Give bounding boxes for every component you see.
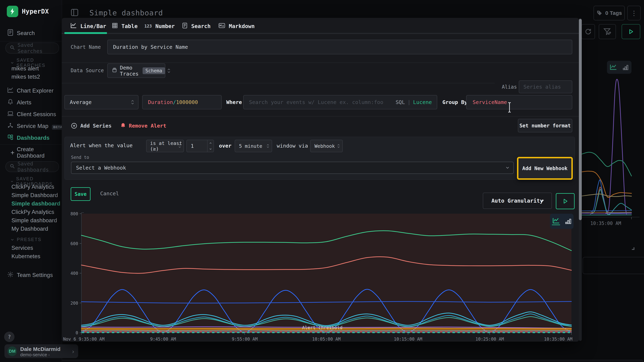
chart-name-input[interactable]: Duration by Service Name [107, 40, 572, 54]
tab-line-bar[interactable]: Line/Bar [70, 21, 106, 31]
presets-header[interactable]: PRESETS [10, 237, 42, 242]
number-stepper[interactable] [207, 140, 214, 152]
select-chevrons-icon [131, 100, 134, 105]
filter-edit-button[interactable] [599, 24, 616, 39]
chevron-right-icon: › [72, 348, 75, 355]
svg-text:10:35:00 AM: 10:35:00 AM [544, 337, 572, 342]
alert-channel-select[interactable]: Webhook [310, 140, 343, 152]
preset-item[interactable]: Services [12, 245, 33, 251]
svg-text:9:45:00 AM: 9:45:00 AM [150, 337, 176, 342]
sidebar-item-dashboards[interactable]: Dashboards [0, 133, 62, 143]
service-map-icon [6, 122, 14, 130]
saved-dashboard-item[interactable]: Simple dashboard [12, 217, 57, 224]
webhook-select[interactable]: Select a Webhook [71, 162, 514, 174]
preset-item[interactable]: Kubernetes [12, 253, 40, 260]
tag-icon [596, 10, 602, 16]
saved-dashboard-item[interactable]: My Dashboard [12, 226, 48, 232]
chevron-down-icon [540, 199, 544, 202]
search-icon [10, 164, 15, 170]
alias-label: Alias [502, 84, 517, 90]
sidebar-item-search[interactable]: Search [0, 28, 62, 38]
saved-dashboards-input[interactable]: Saved Dashboards [5, 161, 59, 172]
logo-text: HyperDX [22, 8, 49, 15]
scrollbar-thumb[interactable] [579, 19, 582, 220]
sql-mode-toggle[interactable]: SQL [396, 99, 405, 105]
saved-dashboard-item[interactable]: Simple Dashboard [12, 192, 58, 198]
saved-searches-placeholder: Saved Searches [18, 42, 59, 54]
alert-window-select[interactable]: 5 minute [235, 140, 272, 152]
panel-collapse-icon [69, 7, 80, 18]
gear-icon [6, 271, 14, 279]
sidebar-item-chart-explorer[interactable]: Chart Explorer [0, 86, 62, 96]
create-dashboard-button[interactable]: + Create Dashboard [0, 148, 62, 158]
data-source-select[interactable]: Demo Traces Schema [107, 63, 165, 78]
formula-input[interactable]: Duration/1000000 [142, 95, 222, 109]
line-mode-active[interactable] [552, 217, 560, 225]
sidebar-item-label: Search [17, 30, 35, 36]
user-card[interactable]: DM Dale McDiarmid demo-service - › [4, 344, 78, 358]
sidebar-item-service-map[interactable]: Service Map BETA [0, 121, 62, 131]
background-tile-chart: 10:35:00 AM [580, 75, 644, 229]
help-button[interactable]: ? [4, 332, 14, 342]
send-to-label: Send to [71, 155, 89, 160]
group-by-label: Group By [442, 99, 468, 105]
where-label: Where [226, 99, 242, 105]
alert-sentence: Alert when the value [70, 142, 132, 149]
tab-table[interactable]: Table [112, 21, 138, 31]
hyperdx-app: Simple dashboard 0 Tags ⋮ 10:35:00 AM Hy… [0, 0, 644, 362]
tile-resize-handle[interactable] [630, 245, 635, 250]
tab-search[interactable]: Search [182, 21, 210, 31]
saved-search-item[interactable]: mikes alert [12, 65, 39, 72]
stepper-down-icon[interactable] [209, 148, 212, 150]
aggregation-select[interactable]: Average [64, 95, 138, 109]
markdown-icon [218, 23, 225, 29]
sidebar-item-team-settings[interactable]: Team Settings [0, 270, 62, 280]
lucene-mode-toggle[interactable]: Lucene [413, 99, 432, 105]
tab-number[interactable]: 123 Number [144, 21, 175, 31]
alias-input[interactable]: Series alias [519, 80, 572, 93]
saved-dashboards-placeholder: Saved Dashboards [18, 161, 59, 173]
sidebar-collapse-button[interactable] [69, 7, 80, 18]
background-chart-type-toggle[interactable] [607, 61, 632, 74]
remove-alert-button[interactable]: Remove Alert [120, 120, 166, 132]
tab-markdown[interactable]: Markdown [218, 21, 255, 31]
group-by-input[interactable]: ServiceName [466, 95, 572, 109]
saved-searches-input[interactable]: Saved Searches [5, 42, 59, 54]
bar-chart-icon[interactable] [565, 218, 572, 225]
journal-search-icon [6, 29, 14, 37]
chart-type-toggle[interactable] [550, 214, 574, 229]
cancel-button[interactable]: Cancel [100, 190, 119, 196]
window-via-label: window via [277, 143, 308, 149]
saved-dashboard-item-active[interactable]: Simple dashboard [12, 200, 60, 207]
stepper-up-icon[interactable] [209, 142, 212, 144]
table-icon [112, 22, 118, 30]
save-button[interactable]: Save [71, 187, 90, 201]
laptop-icon [6, 111, 14, 118]
bar-chart-icon [622, 64, 629, 71]
run-query-background-button[interactable] [622, 24, 640, 39]
bottom-dashboard-tile-edge [2, 360, 643, 362]
set-number-format-button[interactable]: Set number format [518, 119, 572, 132]
where-search-input[interactable]: Search your events w/ Lucene ex. column:… [243, 95, 437, 109]
add-new-webhook-button[interactable]: Add New Webhook [517, 157, 573, 180]
play-icon [562, 198, 568, 204]
more-options-button[interactable]: ⋮ [627, 6, 640, 20]
sidebar-item-alerts[interactable]: Alerts [0, 98, 62, 108]
saved-search-item[interactable]: mikes tets2 [12, 74, 40, 80]
alert-operator-select[interactable]: is at least (≥) [146, 140, 184, 152]
filter-edit-icon [603, 28, 612, 35]
sidebar-item-client-sessions[interactable]: Client Sessions [0, 109, 62, 119]
chevron-down-icon [10, 238, 14, 242]
select-chevrons-icon [337, 144, 340, 148]
sidebar: HyperDX Search Saved Searches SAVED SEAR… [0, 0, 62, 362]
dashboards-icon [6, 134, 14, 142]
add-series-button[interactable]: Add Series [71, 120, 112, 132]
alert-threshold-input[interactable]: 1 [186, 140, 214, 152]
hyperdx-logo[interactable] [7, 6, 18, 17]
saved-dashboard-item[interactable]: ClickPy Analytics [12, 184, 54, 190]
empty-dashboard-tile [583, 257, 644, 274]
refresh-button[interactable] [582, 24, 595, 39]
tags-button[interactable]: 0 Tags [594, 6, 625, 20]
over-label: over [219, 143, 232, 149]
saved-dashboard-item[interactable]: ClickPy Analytics [12, 209, 54, 215]
